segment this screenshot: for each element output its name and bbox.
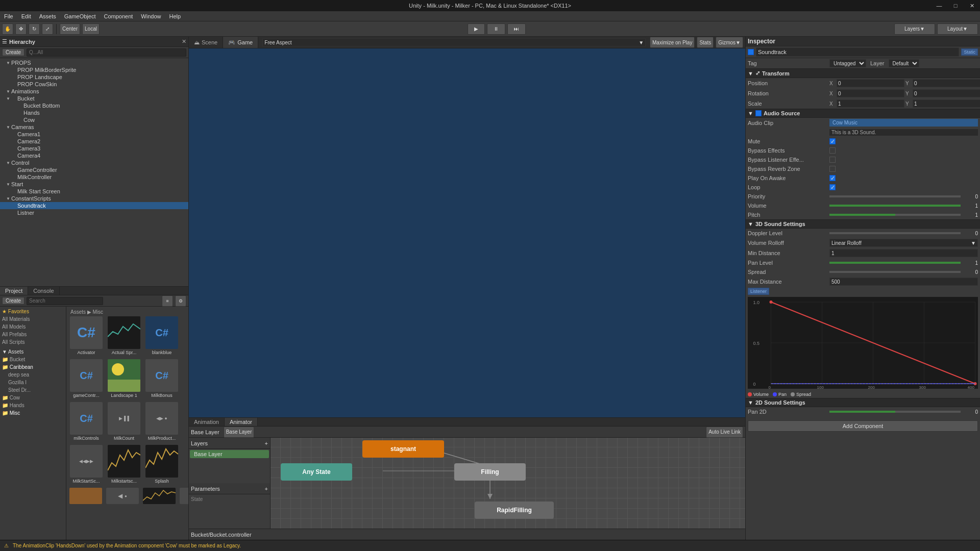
tab-animation[interactable]: Animation: [189, 418, 225, 426]
bypass-effects-checkbox[interactable]: [829, 147, 836, 154]
aspect-dropdown[interactable]: Free Aspect ▼: [262, 38, 646, 46]
asset-blankblue[interactable]: C# blankblue: [144, 315, 180, 356]
asset-milkcount[interactable]: ▶▐▐ MilkCount: [106, 401, 142, 442]
asset-milkstartsc2[interactable]: Milkstartsc...: [106, 444, 142, 485]
project-view-btn[interactable]: ≡: [162, 295, 173, 307]
play-on-awake-checkbox[interactable]: ✓: [829, 175, 836, 181]
audio-source-enable[interactable]: [755, 110, 762, 116]
transform-section-header[interactable]: ▼ ⤢ Transform: [746, 68, 980, 78]
spread-slider[interactable]: [829, 271, 961, 273]
menu-edit[interactable]: Edit: [17, 11, 35, 21]
asset-milkstartsc[interactable]: ◀◀▶▶ MilkStartSc...: [68, 444, 104, 485]
tree-item-props[interactable]: ▼PROPS: [0, 59, 188, 66]
menu-component[interactable]: Component: [100, 11, 137, 21]
folder-misc[interactable]: 📁 Misc: [0, 409, 66, 417]
caribbean-deep-sea[interactable]: deep sea: [0, 371, 66, 379]
tree-item-bucket-bottom[interactable]: Bucket Bottom: [0, 102, 188, 109]
min-distance-input[interactable]: [829, 249, 978, 257]
pan-level-slider[interactable]: [829, 262, 961, 264]
all-materials[interactable]: All Materials: [0, 315, 66, 323]
tree-item-cow[interactable]: Cow: [0, 116, 188, 123]
tab-project[interactable]: Project: [0, 287, 28, 295]
2d-sound-header[interactable]: ▼ 2D Sound Settings: [746, 398, 980, 407]
folder-caribbean[interactable]: 📁 Caribbean: [0, 363, 66, 371]
menu-help[interactable]: Help: [165, 11, 185, 21]
asset-gamecontr[interactable]: C# gameContr...: [68, 358, 104, 399]
tag-select[interactable]: Untagged: [829, 59, 866, 67]
asset-activator[interactable]: C# Activator: [68, 315, 104, 356]
node-any-state[interactable]: Any State: [281, 463, 352, 481]
base-layer-item[interactable]: Base Layer: [190, 450, 269, 458]
maximize-button[interactable]: □: [947, 0, 964, 11]
tree-item-hands[interactable]: Hands: [0, 109, 188, 116]
asset-arrow-right[interactable]: ● ▶: [179, 487, 188, 505]
tab-scene[interactable]: ⛰ Scene: [189, 37, 223, 48]
tree-item-prop-landscape[interactable]: PROP Landscape: [0, 73, 188, 81]
tree-item-listner[interactable]: Listner: [0, 209, 188, 216]
audio-source-header[interactable]: ▼ Audio Source: [746, 109, 980, 118]
rotation-x-input[interactable]: [837, 89, 904, 97]
auto-live-link[interactable]: Auto Live Link: [706, 427, 743, 438]
asset-milkcontrols[interactable]: C# milkControls: [68, 401, 104, 442]
bypass-listener-checkbox[interactable]: [829, 157, 836, 163]
tree-item-prop-cowskin[interactable]: PROP CowSkin: [0, 81, 188, 88]
pitch-slider[interactable]: [829, 214, 961, 216]
tree-item-milk-start[interactable]: Milk Start Screen: [0, 188, 188, 195]
asset-actual-spr[interactable]: Actual Spr...: [106, 315, 142, 356]
step-button[interactable]: ⏭: [507, 23, 526, 35]
project-search-input[interactable]: [27, 297, 103, 305]
tree-item-cameras[interactable]: ▼Cameras: [0, 123, 188, 131]
node-stagnant[interactable]: stagnant: [362, 440, 444, 458]
position-x-input[interactable]: [837, 79, 904, 87]
pause-button[interactable]: ⏸: [487, 23, 505, 35]
object-name-input[interactable]: [756, 47, 959, 57]
tree-item-bucket[interactable]: ▼Bucket: [0, 95, 188, 102]
tree-item-prop-milk[interactable]: PROP MilkBorderSprite: [0, 66, 188, 73]
position-y-input[interactable]: [913, 79, 980, 87]
doppler-slider[interactable]: [829, 232, 961, 234]
tab-animator[interactable]: Animator: [225, 418, 258, 426]
maximize-on-play[interactable]: Maximize on Play: [650, 37, 695, 48]
3d-sound-header[interactable]: ▼ 3D Sound Settings: [746, 219, 980, 229]
rotation-y-input[interactable]: [913, 89, 980, 97]
menu-file[interactable]: File: [0, 11, 17, 21]
caribbean-gozilla[interactable]: Gozilla I: [0, 379, 66, 386]
hierarchy-create-button[interactable]: Create: [2, 48, 24, 56]
local-button[interactable]: Local: [82, 23, 100, 35]
project-create-button[interactable]: Create: [2, 297, 24, 305]
loop-checkbox[interactable]: ✓: [829, 184, 836, 190]
tab-console[interactable]: Console: [28, 287, 59, 295]
layout-dropdown[interactable]: Layout ▼: [937, 23, 978, 35]
add-param-button[interactable]: +: [265, 486, 268, 492]
tree-item-camera4[interactable]: Camera4: [0, 152, 188, 159]
folder-bucket[interactable]: 📁 Bucket: [0, 356, 66, 363]
asset-arrow-left[interactable]: ◀ ●: [105, 487, 140, 505]
scale-y-input[interactable]: [913, 99, 980, 108]
menu-gameobject[interactable]: GameObject: [60, 11, 100, 21]
volume-rolloff-dropdown[interactable]: Linear Rolloff ▼: [829, 239, 978, 247]
asset-milkproduct[interactable]: ◀▶ ● MilkProduct...: [144, 401, 180, 442]
tree-item-animations[interactable]: ▼Animations: [0, 88, 188, 95]
bypass-reverb-checkbox[interactable]: [829, 166, 836, 172]
tree-item-control[interactable]: ▼Control: [0, 159, 188, 166]
asset-brown-img[interactable]: [68, 487, 103, 505]
folder-hands[interactable]: 📁 Hands: [0, 402, 66, 409]
asset-milkbonus[interactable]: C# MilkBonus: [144, 358, 180, 399]
object-enable-checkbox[interactable]: [748, 49, 754, 55]
play-button[interactable]: ▶: [468, 23, 485, 35]
assets-header[interactable]: ▼ Assets: [0, 348, 66, 356]
tree-item-camera1[interactable]: Camera1: [0, 131, 188, 138]
node-rapid-filling[interactable]: RapidFilling: [475, 502, 554, 519]
stats-button[interactable]: Stats: [697, 37, 714, 48]
all-models[interactable]: All Models: [0, 323, 66, 331]
layers-dropdown[interactable]: Layers ▼: [894, 23, 935, 35]
gizmos-button[interactable]: Gizmos ▼: [716, 37, 743, 48]
tree-item-gamecontroller[interactable]: GameController: [0, 166, 188, 173]
mute-checkbox[interactable]: ✓: [829, 138, 836, 144]
scale-x-input[interactable]: [837, 99, 904, 108]
tree-item-constantscripts[interactable]: ▼ConstantScripts: [0, 195, 188, 202]
center-button[interactable]: Center: [60, 23, 80, 35]
folder-cow[interactable]: 📁 Cow: [0, 394, 66, 402]
volume-slider[interactable]: [829, 205, 961, 207]
all-scripts[interactable]: All Scripts: [0, 338, 66, 346]
